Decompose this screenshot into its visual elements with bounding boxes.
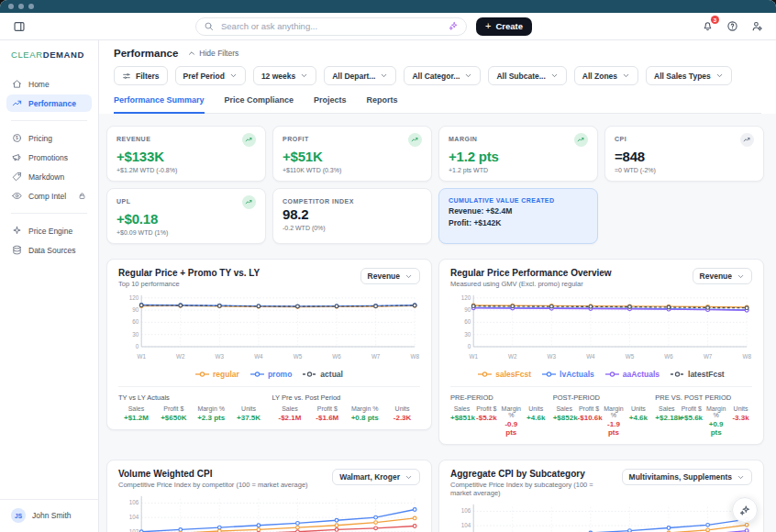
filter-chip-all-categor[interactable]: All Categor... <box>404 66 481 85</box>
window-control-dot[interactable] <box>18 4 24 9</box>
chart-dropdown[interactable]: Revenue <box>360 268 420 284</box>
tab-projects[interactable]: Projects <box>314 95 347 113</box>
svg-text:W3: W3 <box>216 353 225 360</box>
svg-text:W4: W4 <box>586 353 595 360</box>
window-control-dot[interactable] <box>8 4 14 9</box>
filter-chip-all-depart[interactable]: All Depart... <box>324 66 396 85</box>
mini-trend-icon <box>245 136 253 144</box>
filter-chip-filters[interactable]: Filters <box>114 66 168 85</box>
page-title: Performance <box>114 48 178 59</box>
create-button[interactable]: + Create <box>476 17 532 36</box>
stat-header: Margin % <box>704 405 727 418</box>
chart-dropdown[interactable]: Revenue <box>693 268 752 284</box>
sidebar-item-markdown[interactable]: Markdown <box>6 168 92 185</box>
sidebar-item-performance[interactable]: Performance <box>6 94 92 112</box>
avatar: JS <box>11 508 26 523</box>
chevron-down-icon <box>737 272 745 281</box>
hide-filters-toggle[interactable]: Hide Filters <box>187 49 238 58</box>
svg-text:W6: W6 <box>332 353 341 360</box>
kpi-value: +$51K <box>283 149 422 164</box>
sidebar-toggle-button[interactable] <box>11 18 28 35</box>
stat-value: +$2.18k <box>655 414 678 422</box>
user-profile[interactable]: JS John Smith <box>0 499 98 532</box>
window-control-dot[interactable] <box>28 4 34 9</box>
sidebar-item-label: Comp Intel <box>28 192 66 201</box>
sidebar-item-label: Price Engine <box>28 227 72 236</box>
stat-header: Units <box>626 405 649 412</box>
stat-value: -2.3K <box>384 414 420 422</box>
sparkles-icon[interactable] <box>449 21 459 31</box>
legend-item-latestfcst[interactable]: latestFcst <box>671 370 725 379</box>
sidebar-item-pricing[interactable]: $Pricing <box>6 129 92 147</box>
legend-item-promo[interactable]: promo <box>250 370 292 379</box>
chart-card-aggregate-cpi-by-subcategory: Aggregate CPI by SubcategoryCompetitive … <box>438 460 764 532</box>
kpi-card-cpi: CPI=848=0 WTD (-2%) <box>604 126 764 182</box>
stat-cell: Sales+$852k <box>553 405 576 437</box>
charts-row-top: Regular Price + Promo TY vs. LYTop 10 pe… <box>106 259 764 445</box>
search-bar[interactable] <box>195 17 467 36</box>
stat-header: Profit $ <box>680 405 703 412</box>
filter-chip-label: All Sales Types <box>654 72 711 81</box>
stat-value: -$2.1M <box>272 414 308 422</box>
brand-logo-part2: DEMAND <box>43 50 84 60</box>
stat-header: Sales <box>553 405 576 412</box>
legend-item-lvactuals[interactable]: lvActuals <box>542 370 594 379</box>
filter-chip-all-zones[interactable]: All Zones <box>574 66 638 85</box>
legend-label: latestFcst <box>688 370 725 379</box>
database-icon <box>12 245 22 255</box>
stat-header: Profit $ <box>309 405 345 412</box>
tab-price-compliance[interactable]: Price Compliance <box>225 95 294 113</box>
sparkles-icon <box>739 504 751 516</box>
svg-text:W8: W8 <box>410 353 419 360</box>
tab-performance-summary[interactable]: Performance Summary <box>114 95 205 114</box>
sidebar-item-promotions[interactable]: Promotions <box>6 149 92 166</box>
svg-text:$: $ <box>16 135 18 140</box>
legend-label: regular <box>213 370 239 379</box>
stat-value: -$5.2k <box>475 414 498 422</box>
sidebar-item-price-engine[interactable]: Price Engine <box>6 222 92 239</box>
chevron-down-icon <box>229 72 238 80</box>
svg-text:W1: W1 <box>469 353 478 360</box>
create-button-label: Create <box>495 21 523 31</box>
cumulative-line: Revenue: +$2.4M <box>449 206 588 216</box>
filter-chip-all-sales-types[interactable]: All Sales Types <box>646 66 732 85</box>
home-icon <box>12 79 22 89</box>
filter-chip-pref-period[interactable]: Pref Period <box>175 66 246 85</box>
help-button[interactable] <box>725 18 740 34</box>
sidebar-item-data-sources[interactable]: Data Sources <box>6 241 92 259</box>
svg-text:120: 120 <box>461 294 471 301</box>
tab-reports[interactable]: Reports <box>367 95 398 113</box>
legend-item-regular[interactable]: regular <box>195 370 239 379</box>
legend-item-actual[interactable]: actual <box>303 370 343 379</box>
legend-item-salesfcst[interactable]: salesFcst <box>478 370 531 379</box>
account-button[interactable] <box>749 18 765 34</box>
window-titlebar <box>0 0 776 13</box>
sidebar-item-label: Performance <box>28 99 76 108</box>
sidebar-item-home[interactable]: Home <box>6 75 92 93</box>
filter-chip-12-weeks[interactable]: 12 weeks <box>253 66 316 85</box>
notifications-button[interactable]: 3 <box>700 18 715 34</box>
chart-dropdown[interactable]: Multivitamins, Supplements <box>622 469 752 485</box>
stat-value: +$5.6k <box>680 414 703 422</box>
search-input[interactable] <box>219 20 443 32</box>
legend-glyph <box>542 371 556 378</box>
stat-cell: Units+4.6k <box>626 405 649 437</box>
kpi-grid: REVENUE+$133K+$1.2M WTD (-0.8%)PROFIT+$5… <box>106 126 764 244</box>
kpi-subtext: -0.2 WTD (0%) <box>283 225 422 231</box>
svg-text:W7: W7 <box>371 353 381 360</box>
chevron-down-icon <box>550 72 559 80</box>
megaphone-icon <box>12 152 22 162</box>
legend-item-aaactuals[interactable]: aaActuals <box>605 370 660 379</box>
ai-assistant-button[interactable] <box>732 497 758 523</box>
filter-chip-all-subcate[interactable]: All Subcate... <box>488 66 566 85</box>
cumulative-line: Profit: +$142K <box>449 218 588 227</box>
kpi-subtext: +$0.09 WTD (1%) <box>116 229 256 236</box>
chart-dropdown[interactable]: Walmart, Kroger <box>332 469 420 485</box>
topbar: + Create 3 <box>0 13 776 40</box>
svg-text:104: 104 <box>461 522 471 528</box>
svg-text:60: 60 <box>464 318 471 325</box>
sidebar-item-comp-intel[interactable]: Comp Intel <box>6 187 92 205</box>
svg-text:0: 0 <box>468 343 471 349</box>
legend-label: aaActuals <box>623 370 660 379</box>
stat-cell: Sales-$2.1M <box>272 405 308 422</box>
